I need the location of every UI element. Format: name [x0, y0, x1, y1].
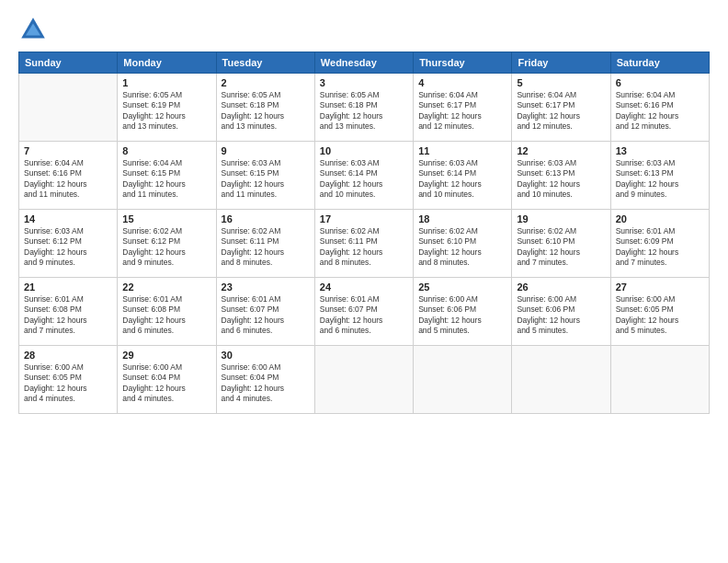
day-info: Sunrise: 6:01 AM Sunset: 6:07 PM Dayligh… [320, 294, 408, 337]
calendar-cell [610, 346, 709, 414]
day-info: Sunrise: 6:03 AM Sunset: 6:12 PM Dayligh… [24, 226, 112, 269]
day-info: Sunrise: 6:02 AM Sunset: 6:10 PM Dayligh… [517, 226, 605, 269]
day-number: 27 [616, 282, 704, 293]
logo [18, 15, 51, 44]
day-number: 29 [122, 350, 210, 361]
calendar-cell: 11Sunrise: 6:03 AM Sunset: 6:14 PM Dayli… [414, 142, 512, 210]
calendar-cell: 22Sunrise: 6:01 AM Sunset: 6:08 PM Dayli… [118, 278, 216, 346]
day-number: 2 [222, 77, 310, 88]
day-number: 23 [222, 282, 310, 293]
weekday-monday: Monday [118, 52, 216, 74]
day-number: 10 [320, 145, 408, 156]
week-row-2: 7Sunrise: 6:04 AM Sunset: 6:16 PM Daylig… [19, 142, 710, 210]
day-number: 25 [418, 282, 506, 293]
day-info: Sunrise: 6:02 AM Sunset: 6:11 PM Dayligh… [222, 226, 310, 269]
weekday-header-row: SundayMondayTuesdayWednesdayThursdayFrid… [19, 52, 710, 74]
day-info: Sunrise: 6:00 AM Sunset: 6:04 PM Dayligh… [122, 362, 210, 405]
day-info: Sunrise: 6:04 AM Sunset: 6:16 PM Dayligh… [616, 90, 704, 132]
day-info: Sunrise: 6:04 AM Sunset: 6:17 PM Dayligh… [517, 90, 605, 132]
calendar-cell: 3Sunrise: 6:05 AM Sunset: 6:18 PM Daylig… [314, 74, 413, 142]
day-info: Sunrise: 6:00 AM Sunset: 6:06 PM Dayligh… [418, 294, 506, 337]
day-number: 19 [517, 213, 605, 224]
calendar-cell: 21Sunrise: 6:01 AM Sunset: 6:08 PM Dayli… [19, 278, 118, 346]
day-number: 20 [616, 213, 704, 224]
day-number: 11 [418, 145, 506, 156]
day-number: 12 [517, 145, 605, 156]
calendar-cell: 5Sunrise: 6:04 AM Sunset: 6:17 PM Daylig… [512, 74, 610, 142]
day-info: Sunrise: 6:03 AM Sunset: 6:13 PM Dayligh… [517, 158, 605, 201]
day-number: 5 [517, 77, 605, 88]
day-number: 3 [320, 77, 408, 88]
day-number: 24 [320, 282, 408, 293]
day-info: Sunrise: 6:00 AM Sunset: 6:05 PM Dayligh… [616, 294, 704, 337]
calendar-cell: 6Sunrise: 6:04 AM Sunset: 6:16 PM Daylig… [610, 74, 709, 142]
day-number: 18 [418, 213, 506, 224]
day-number: 30 [222, 350, 310, 361]
day-info: Sunrise: 6:04 AM Sunset: 6:15 PM Dayligh… [122, 158, 210, 201]
calendar-cell: 24Sunrise: 6:01 AM Sunset: 6:07 PM Dayli… [314, 278, 413, 346]
day-number: 6 [616, 77, 704, 88]
calendar-cell: 18Sunrise: 6:02 AM Sunset: 6:10 PM Dayli… [414, 210, 512, 278]
day-info: Sunrise: 6:03 AM Sunset: 6:13 PM Dayligh… [616, 158, 704, 201]
day-info: Sunrise: 6:01 AM Sunset: 6:08 PM Dayligh… [24, 294, 112, 337]
day-info: Sunrise: 6:00 AM Sunset: 6:04 PM Dayligh… [222, 362, 310, 405]
calendar-cell: 29Sunrise: 6:00 AM Sunset: 6:04 PM Dayli… [118, 346, 216, 414]
week-row-3: 14Sunrise: 6:03 AM Sunset: 6:12 PM Dayli… [19, 210, 710, 278]
weekday-friday: Friday [512, 52, 610, 74]
day-info: Sunrise: 6:03 AM Sunset: 6:14 PM Dayligh… [418, 158, 506, 201]
day-info: Sunrise: 6:01 AM Sunset: 6:09 PM Dayligh… [616, 226, 704, 269]
calendar-cell [19, 74, 118, 142]
calendar-cell: 25Sunrise: 6:00 AM Sunset: 6:06 PM Dayli… [414, 278, 512, 346]
calendar-cell: 1Sunrise: 6:05 AM Sunset: 6:19 PM Daylig… [118, 74, 216, 142]
day-number: 1 [122, 77, 210, 88]
calendar-cell: 9Sunrise: 6:03 AM Sunset: 6:15 PM Daylig… [216, 142, 314, 210]
day-number: 13 [616, 145, 704, 156]
calendar-cell [314, 346, 413, 414]
day-number: 7 [24, 145, 112, 156]
day-info: Sunrise: 6:05 AM Sunset: 6:18 PM Dayligh… [320, 90, 408, 132]
calendar-cell: 27Sunrise: 6:00 AM Sunset: 6:05 PM Dayli… [610, 278, 709, 346]
day-number: 4 [418, 77, 506, 88]
calendar-cell: 13Sunrise: 6:03 AM Sunset: 6:13 PM Dayli… [610, 142, 709, 210]
calendar-cell: 17Sunrise: 6:02 AM Sunset: 6:11 PM Dayli… [314, 210, 413, 278]
header [18, 15, 710, 44]
calendar-cell: 10Sunrise: 6:03 AM Sunset: 6:14 PM Dayli… [314, 142, 413, 210]
day-info: Sunrise: 6:01 AM Sunset: 6:08 PM Dayligh… [122, 294, 210, 337]
day-number: 8 [122, 145, 210, 156]
calendar-cell: 28Sunrise: 6:00 AM Sunset: 6:05 PM Dayli… [19, 346, 118, 414]
day-info: Sunrise: 6:00 AM Sunset: 6:06 PM Dayligh… [517, 294, 605, 337]
calendar-cell: 16Sunrise: 6:02 AM Sunset: 6:11 PM Dayli… [216, 210, 314, 278]
day-number: 21 [24, 282, 112, 293]
calendar-cell: 12Sunrise: 6:03 AM Sunset: 6:13 PM Dayli… [512, 142, 610, 210]
day-info: Sunrise: 6:02 AM Sunset: 6:10 PM Dayligh… [418, 226, 506, 269]
day-info: Sunrise: 6:02 AM Sunset: 6:12 PM Dayligh… [122, 226, 210, 269]
day-info: Sunrise: 6:04 AM Sunset: 6:17 PM Dayligh… [418, 90, 506, 132]
day-number: 17 [320, 213, 408, 224]
calendar-cell: 26Sunrise: 6:00 AM Sunset: 6:06 PM Dayli… [512, 278, 610, 346]
week-row-5: 28Sunrise: 6:00 AM Sunset: 6:05 PM Dayli… [19, 346, 710, 414]
day-info: Sunrise: 6:00 AM Sunset: 6:05 PM Dayligh… [24, 362, 112, 405]
day-info: Sunrise: 6:05 AM Sunset: 6:19 PM Dayligh… [122, 90, 210, 132]
calendar-cell: 23Sunrise: 6:01 AM Sunset: 6:07 PM Dayli… [216, 278, 314, 346]
weekday-saturday: Saturday [610, 52, 709, 74]
calendar-cell: 14Sunrise: 6:03 AM Sunset: 6:12 PM Dayli… [19, 210, 118, 278]
calendar-table: SundayMondayTuesdayWednesdayThursdayFrid… [18, 52, 710, 414]
weekday-wednesday: Wednesday [314, 52, 413, 74]
weekday-thursday: Thursday [414, 52, 512, 74]
weekday-sunday: Sunday [19, 52, 118, 74]
calendar-cell: 19Sunrise: 6:02 AM Sunset: 6:10 PM Dayli… [512, 210, 610, 278]
day-number: 16 [222, 213, 310, 224]
calendar-cell: 30Sunrise: 6:00 AM Sunset: 6:04 PM Dayli… [216, 346, 314, 414]
calendar-cell: 20Sunrise: 6:01 AM Sunset: 6:09 PM Dayli… [610, 210, 709, 278]
day-number: 14 [24, 213, 112, 224]
day-number: 26 [517, 282, 605, 293]
calendar-cell: 4Sunrise: 6:04 AM Sunset: 6:17 PM Daylig… [414, 74, 512, 142]
calendar-cell: 2Sunrise: 6:05 AM Sunset: 6:18 PM Daylig… [216, 74, 314, 142]
calendar-cell [512, 346, 610, 414]
week-row-1: 1Sunrise: 6:05 AM Sunset: 6:19 PM Daylig… [19, 74, 710, 142]
day-number: 28 [24, 350, 112, 361]
day-info: Sunrise: 6:01 AM Sunset: 6:07 PM Dayligh… [222, 294, 310, 337]
calendar-cell: 7Sunrise: 6:04 AM Sunset: 6:16 PM Daylig… [19, 142, 118, 210]
day-info: Sunrise: 6:05 AM Sunset: 6:18 PM Dayligh… [222, 90, 310, 132]
calendar-cell [414, 346, 512, 414]
